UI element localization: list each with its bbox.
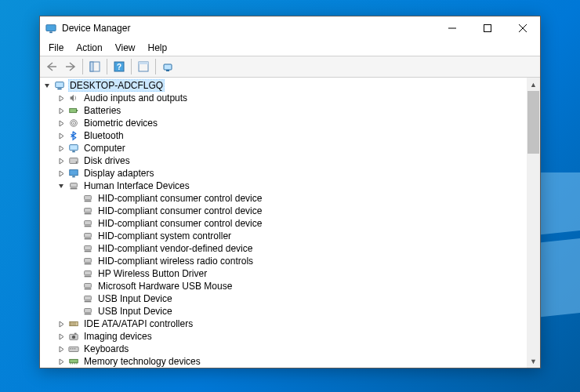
tree-device[interactable]: HID-compliant system controller	[42, 230, 540, 242]
svg-rect-46	[85, 276, 92, 278]
tree-node-label[interactable]: Disk drives	[82, 155, 132, 166]
tree-category[interactable]: Display adapters	[42, 167, 540, 180]
hid-icon	[82, 217, 94, 230]
expand-icon[interactable]	[56, 318, 67, 329]
collapse-icon[interactable]	[42, 80, 53, 91]
tree-node-label[interactable]: HID-compliant consumer control device	[96, 205, 263, 216]
expand-icon[interactable]	[56, 168, 67, 179]
scroll-thumb[interactable]	[527, 91, 539, 154]
tree-category[interactable]: Bluetooth	[42, 129, 540, 142]
svg-rect-29	[70, 170, 78, 176]
minimize-button[interactable]	[434, 16, 469, 40]
tree-node-label[interactable]: Human Interface Devices	[82, 180, 191, 191]
tree-device[interactable]: USB Input Device	[42, 305, 540, 318]
svg-rect-34	[85, 201, 92, 202]
tree-category[interactable]: Memory technology devices	[42, 355, 540, 368]
tree-category[interactable]: Human Interface Devices	[42, 180, 540, 192]
tree-node-label[interactable]: Memory technology devices	[82, 356, 202, 367]
svg-rect-19	[57, 89, 61, 90]
expand-icon[interactable]	[56, 143, 67, 154]
tree-node-label[interactable]: Imaging devices	[82, 331, 154, 342]
tree-node-label[interactable]: Keyboards	[82, 343, 130, 354]
bluetooth-icon	[67, 129, 80, 142]
tree-node-label[interactable]: HID-compliant wireless radio controls	[96, 256, 255, 267]
memory-icon	[67, 355, 80, 368]
tree-category[interactable]: Biometric devices	[42, 117, 540, 129]
expand-icon[interactable]	[56, 130, 67, 141]
tree-category[interactable]: Imaging devices	[42, 330, 540, 343]
expand-icon[interactable]	[56, 356, 67, 367]
help-button[interactable]: ?	[110, 58, 129, 75]
tree-node-label[interactable]: Audio inputs and outputs	[82, 93, 189, 103]
tree-device[interactable]: HID-compliant consumer control device	[42, 192, 540, 205]
tree-panel: DESKTOP-ADCFLGQAudio inputs and outputsB…	[40, 78, 540, 368]
tree-category[interactable]: Disk drives	[42, 154, 540, 167]
svg-rect-21	[77, 110, 78, 111]
vertical-scrollbar[interactable]: ▲ ▼	[527, 78, 540, 368]
scroll-up-arrow[interactable]: ▲	[527, 78, 540, 91]
properties-button[interactable]	[134, 58, 153, 75]
tree-category[interactable]: Batteries	[42, 104, 540, 117]
speaker-icon	[67, 92, 80, 104]
forward-button[interactable]	[61, 58, 80, 75]
disk-icon	[67, 154, 80, 167]
tree-device[interactable]: HP Wireless Button Driver	[42, 267, 540, 280]
window-title: Device Manager	[62, 23, 434, 34]
tree-node-label[interactable]: Display adapters	[82, 168, 155, 179]
back-button[interactable]	[42, 58, 61, 75]
close-button[interactable]	[505, 16, 540, 40]
tree-node-label[interactable]: HID-compliant consumer control device	[96, 193, 263, 204]
tree-node-label[interactable]: HID-compliant vendor-defined device	[96, 243, 254, 254]
svg-rect-50	[85, 301, 92, 303]
tree-node-label[interactable]: HID-compliant system controller	[96, 230, 233, 241]
tree-node-label[interactable]: Computer	[82, 143, 127, 154]
svg-rect-18	[56, 82, 64, 88]
tree-node-label[interactable]: Biometric devices	[82, 118, 159, 129]
svg-rect-41	[85, 246, 92, 250]
hid-icon	[82, 280, 94, 292]
maximize-button[interactable]	[469, 16, 505, 40]
expand-icon[interactable]	[56, 93, 67, 103]
show-hide-tree-button[interactable]	[85, 58, 104, 75]
collapse-icon[interactable]	[56, 180, 67, 191]
toolbar-separator	[155, 59, 156, 74]
tree-node-label[interactable]: Batteries	[82, 105, 122, 116]
tree-device[interactable]: HID-compliant consumer control device	[42, 205, 540, 217]
tree-node-label[interactable]: DESKTOP-ADCFLGQ	[68, 79, 165, 92]
scan-hardware-button[interactable]	[158, 58, 177, 75]
tree-device[interactable]: HID-compliant consumer control device	[42, 217, 540, 230]
tree-node-label[interactable]: Bluetooth	[82, 130, 125, 141]
svg-rect-7	[484, 25, 491, 32]
tree-node-label[interactable]: USB Input Device	[96, 306, 174, 317]
tree-root[interactable]: DESKTOP-ADCFLGQ	[42, 79, 540, 92]
tree-category[interactable]: Computer	[42, 142, 540, 154]
tree-category[interactable]: IDE ATA/ATAPI controllers	[42, 318, 540, 330]
svg-rect-26	[72, 151, 75, 153]
tree-device[interactable]: USB Input Device	[42, 292, 540, 305]
tree-category[interactable]: Audio inputs and outputs	[42, 92, 540, 104]
menu-view[interactable]: View	[110, 41, 141, 55]
tree-node-label[interactable]: HID-compliant consumer control device	[96, 218, 263, 229]
tree-node-label[interactable]: IDE ATA/ATAPI controllers	[82, 318, 194, 329]
tree-category[interactable]: Keyboards	[42, 343, 540, 355]
tree-node-label[interactable]: HP Wireless Button Driver	[96, 268, 208, 279]
app-icon	[45, 22, 57, 34]
expand-icon[interactable]	[56, 155, 67, 166]
scroll-down-arrow[interactable]: ▼	[527, 354, 540, 368]
tree-node-label[interactable]: USB Input Device	[96, 293, 174, 304]
expand-icon[interactable]	[56, 331, 67, 342]
expand-icon[interactable]	[56, 105, 67, 116]
tree-device[interactable]: HID-compliant wireless radio controls	[42, 255, 540, 267]
menu-file[interactable]: File	[43, 41, 69, 55]
svg-rect-47	[85, 284, 92, 288]
menu-action[interactable]: Action	[71, 41, 107, 55]
hid-icon	[67, 180, 80, 192]
hid-icon	[82, 192, 94, 205]
expand-icon[interactable]	[56, 343, 67, 354]
expand-icon[interactable]	[56, 118, 67, 129]
tree-device[interactable]: HID-compliant vendor-defined device	[42, 242, 540, 255]
tree-node-label[interactable]: Microsoft Hardware USB Mouse	[96, 281, 234, 292]
menu-help[interactable]: Help	[143, 41, 173, 55]
tree-device[interactable]: Microsoft Hardware USB Mouse	[42, 280, 540, 292]
svg-rect-59	[74, 333, 77, 335]
